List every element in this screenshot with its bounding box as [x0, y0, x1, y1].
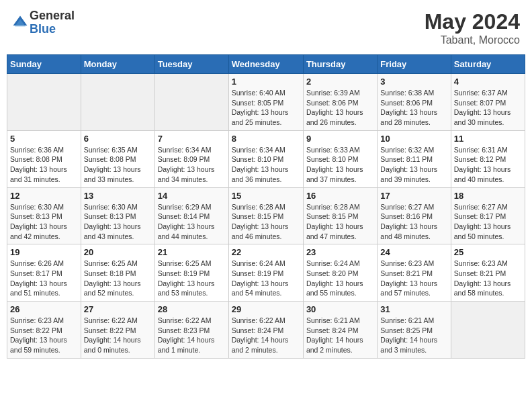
calendar-day-cell: 13Sunrise: 6:30 AM Sunset: 8:13 PM Dayli… [81, 187, 154, 244]
calendar-day-cell: 7Sunrise: 6:34 AM Sunset: 8:09 PM Daylig… [154, 130, 228, 187]
calendar-day-cell: 16Sunrise: 6:28 AM Sunset: 8:15 PM Dayli… [303, 187, 377, 244]
calendar-day-cell: 27Sunrise: 6:22 AM Sunset: 8:22 PM Dayli… [81, 302, 154, 359]
day-number: 7 [158, 134, 226, 144]
day-info: Sunrise: 6:22 AM Sunset: 8:22 PM Dayligh… [84, 316, 152, 355]
day-number: 30 [306, 304, 374, 314]
calendar-day-cell: 5Sunrise: 6:36 AM Sunset: 8:08 PM Daylig… [7, 130, 81, 187]
day-number: 10 [380, 134, 447, 144]
day-info: Sunrise: 6:22 AM Sunset: 8:23 PM Dayligh… [158, 316, 226, 355]
day-number: 18 [454, 191, 522, 201]
calendar-day-cell: 2Sunrise: 6:39 AM Sunset: 8:06 PM Daylig… [303, 74, 377, 131]
calendar-week-row: 26Sunrise: 6:23 AM Sunset: 8:22 PM Dayli… [7, 302, 525, 359]
logo-icon [12, 15, 28, 31]
day-info: Sunrise: 6:21 AM Sunset: 8:25 PM Dayligh… [380, 316, 447, 355]
calendar-day-cell: 12Sunrise: 6:30 AM Sunset: 8:13 PM Dayli… [7, 187, 81, 244]
weekday-header-cell: Friday [378, 55, 451, 74]
day-info: Sunrise: 6:36 AM Sunset: 8:08 PM Dayligh… [10, 145, 78, 185]
day-number: 16 [306, 191, 374, 201]
calendar-day-cell: 9Sunrise: 6:33 AM Sunset: 8:10 PM Daylig… [303, 130, 377, 187]
calendar-day-cell: 11Sunrise: 6:31 AM Sunset: 8:12 PM Dayli… [451, 130, 525, 187]
calendar-day-cell: 29Sunrise: 6:22 AM Sunset: 8:24 PM Dayli… [228, 302, 303, 359]
day-number: 14 [158, 191, 226, 201]
calendar-day-cell: 17Sunrise: 6:27 AM Sunset: 8:16 PM Dayli… [378, 187, 451, 244]
weekday-header-cell: Wednesday [228, 55, 303, 74]
calendar-day-cell: 18Sunrise: 6:27 AM Sunset: 8:17 PM Dayli… [451, 187, 525, 244]
day-info: Sunrise: 6:24 AM Sunset: 8:20 PM Dayligh… [306, 259, 374, 298]
day-number: 4 [454, 77, 522, 87]
day-info: Sunrise: 6:22 AM Sunset: 8:24 PM Dayligh… [232, 316, 300, 355]
logo-general: General [30, 9, 75, 23]
day-number: 25 [454, 247, 522, 257]
day-info: Sunrise: 6:23 AM Sunset: 8:22 PM Dayligh… [10, 316, 78, 355]
calendar-day-cell: 28Sunrise: 6:22 AM Sunset: 8:23 PM Dayli… [154, 302, 228, 359]
day-info: Sunrise: 6:35 AM Sunset: 8:08 PM Dayligh… [84, 145, 152, 185]
calendar-day-cell [7, 74, 81, 131]
calendar-day-cell: 14Sunrise: 6:29 AM Sunset: 8:14 PM Dayli… [154, 187, 228, 244]
day-info: Sunrise: 6:25 AM Sunset: 8:19 PM Dayligh… [158, 259, 226, 298]
day-number: 12 [10, 191, 78, 201]
calendar-day-cell: 24Sunrise: 6:23 AM Sunset: 8:21 PM Dayli… [378, 244, 451, 302]
calendar-day-cell: 3Sunrise: 6:38 AM Sunset: 8:06 PM Daylig… [378, 74, 451, 131]
calendar-day-cell: 6Sunrise: 6:35 AM Sunset: 8:08 PM Daylig… [81, 130, 154, 187]
day-info: Sunrise: 6:27 AM Sunset: 8:17 PM Dayligh… [454, 202, 522, 242]
calendar-day-cell: 23Sunrise: 6:24 AM Sunset: 8:20 PM Dayli… [303, 244, 377, 302]
calendar-day-cell [154, 74, 228, 131]
day-info: Sunrise: 6:25 AM Sunset: 8:18 PM Dayligh… [84, 259, 152, 298]
day-info: Sunrise: 6:37 AM Sunset: 8:07 PM Dayligh… [454, 88, 522, 128]
day-info: Sunrise: 6:40 AM Sunset: 8:05 PM Dayligh… [232, 88, 300, 128]
day-number: 26 [10, 304, 78, 314]
calendar-day-cell: 26Sunrise: 6:23 AM Sunset: 8:22 PM Dayli… [7, 302, 81, 359]
weekday-header-cell: Saturday [451, 55, 525, 74]
day-info: Sunrise: 6:23 AM Sunset: 8:21 PM Dayligh… [454, 259, 522, 298]
day-number: 8 [232, 134, 300, 144]
day-number: 29 [232, 304, 300, 314]
day-info: Sunrise: 6:34 AM Sunset: 8:09 PM Dayligh… [158, 145, 226, 185]
day-number: 11 [454, 134, 522, 144]
day-number: 27 [84, 304, 152, 314]
calendar-body: 1Sunrise: 6:40 AM Sunset: 8:05 PM Daylig… [7, 74, 525, 359]
day-info: Sunrise: 6:34 AM Sunset: 8:10 PM Dayligh… [232, 145, 300, 185]
day-info: Sunrise: 6:27 AM Sunset: 8:16 PM Dayligh… [380, 202, 447, 242]
logo-text: General Blue [30, 9, 75, 36]
day-number: 3 [380, 77, 447, 87]
calendar-day-cell: 1Sunrise: 6:40 AM Sunset: 8:05 PM Daylig… [228, 74, 303, 131]
day-number: 28 [158, 304, 226, 314]
day-info: Sunrise: 6:21 AM Sunset: 8:24 PM Dayligh… [306, 316, 374, 355]
weekday-header-row: SundayMondayTuesdayWednesdayThursdayFrid… [7, 55, 525, 74]
calendar-week-row: 19Sunrise: 6:26 AM Sunset: 8:17 PM Dayli… [7, 244, 525, 302]
calendar-week-row: 12Sunrise: 6:30 AM Sunset: 8:13 PM Dayli… [7, 187, 525, 244]
month-year: May 2024 [425, 9, 520, 34]
logo: General Blue [12, 9, 75, 36]
day-number: 1 [232, 77, 300, 87]
calendar-day-cell: 31Sunrise: 6:21 AM Sunset: 8:25 PM Dayli… [378, 302, 451, 359]
day-number: 20 [84, 247, 152, 257]
calendar-table: SundayMondayTuesdayWednesdayThursdayFrid… [7, 54, 525, 359]
location: Tabant, Morocco [425, 34, 520, 46]
day-info: Sunrise: 6:30 AM Sunset: 8:13 PM Dayligh… [84, 202, 152, 242]
day-info: Sunrise: 6:28 AM Sunset: 8:15 PM Dayligh… [306, 202, 374, 242]
day-info: Sunrise: 6:30 AM Sunset: 8:13 PM Dayligh… [10, 202, 78, 242]
calendar-day-cell: 15Sunrise: 6:28 AM Sunset: 8:15 PM Dayli… [228, 187, 303, 244]
day-info: Sunrise: 6:39 AM Sunset: 8:06 PM Dayligh… [306, 88, 374, 128]
day-number: 19 [10, 247, 78, 257]
day-info: Sunrise: 6:23 AM Sunset: 8:21 PM Dayligh… [380, 259, 447, 298]
weekday-header-cell: Sunday [7, 55, 81, 74]
calendar-day-cell: 25Sunrise: 6:23 AM Sunset: 8:21 PM Dayli… [451, 244, 525, 302]
weekday-header-cell: Monday [81, 55, 154, 74]
logo-blue: Blue [30, 23, 75, 36]
calendar-day-cell: 10Sunrise: 6:32 AM Sunset: 8:11 PM Dayli… [378, 130, 451, 187]
day-info: Sunrise: 6:26 AM Sunset: 8:17 PM Dayligh… [10, 259, 78, 298]
day-number: 23 [306, 247, 374, 257]
day-number: 5 [10, 134, 78, 144]
day-number: 24 [380, 247, 447, 257]
day-info: Sunrise: 6:28 AM Sunset: 8:15 PM Dayligh… [232, 202, 300, 242]
weekday-header-cell: Tuesday [154, 55, 228, 74]
calendar-day-cell: 22Sunrise: 6:24 AM Sunset: 8:19 PM Dayli… [228, 244, 303, 302]
weekday-header-cell: Thursday [303, 55, 377, 74]
day-number: 6 [84, 134, 152, 144]
calendar-day-cell: 8Sunrise: 6:34 AM Sunset: 8:10 PM Daylig… [228, 130, 303, 187]
day-number: 21 [158, 247, 226, 257]
title-block: May 2024 Tabant, Morocco [425, 9, 520, 46]
day-number: 15 [232, 191, 300, 201]
day-number: 17 [380, 191, 447, 201]
